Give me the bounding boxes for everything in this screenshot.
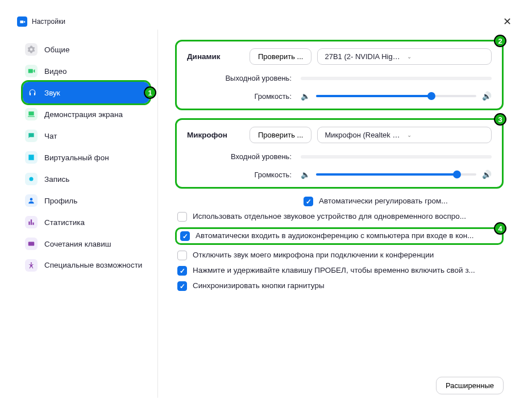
separate-device-label: Использовать отдельное звуковое устройст… — [193, 212, 504, 220]
speaker-title: Динамик — [187, 52, 250, 61]
sidebar-item-background[interactable]: Виртуальный фон — [15, 147, 157, 168]
sidebar-item-accessibility[interactable]: Специальные возможности — [15, 255, 157, 276]
speaker-device-value: 27B1 (2- NVIDIA High Definition ... — [325, 52, 402, 61]
badge-4: 4 — [494, 222, 506, 235]
volume-high-icon: 🔊 — [482, 91, 492, 101]
auto-adjust-checkbox[interactable] — [304, 197, 313, 206]
mic-volume-slider[interactable] — [316, 173, 476, 176]
advanced-button[interactable]: Расширенные — [436, 377, 504, 394]
sidebar-item-share[interactable]: Демонстрация экрана — [15, 103, 157, 125]
volume-low-icon: 🔈 — [301, 91, 310, 101]
nav-label: Профиль — [44, 197, 77, 205]
slider-thumb[interactable] — [427, 92, 435, 100]
mic-device-select[interactable]: Микрофон (Realtek High Definiti... ⌄ — [317, 127, 492, 143]
input-level-label: Входной уровень: — [187, 152, 301, 161]
settings-window: Настройки ✕ Общие Видео Звук 1 Демонстра… — [15, 14, 517, 398]
mic-volume-label: Громкость: — [187, 170, 301, 179]
auto-join-audio-checkbox[interactable] — [180, 231, 190, 241]
sidebar-item-shortcuts[interactable]: Сочетания клавиш — [15, 233, 157, 255]
speaker-volume-label: Громкость: — [187, 92, 301, 101]
separate-device-checkbox[interactable] — [177, 212, 187, 222]
output-level-meter — [301, 77, 492, 80]
profile-icon — [25, 194, 38, 207]
main-panel: 2 Динамик Проверить ... 27B1 (2- NVIDIA … — [158, 30, 517, 398]
share-screen-icon — [25, 108, 38, 120]
nav-label: Статистика — [44, 218, 85, 227]
sync-headset-checkbox[interactable] — [177, 281, 187, 291]
background-icon — [25, 151, 38, 164]
slider-fill — [316, 95, 431, 97]
window-title: Настройки — [32, 18, 65, 26]
gear-icon — [25, 43, 38, 56]
output-level-label: Выходной уровень: — [187, 74, 301, 82]
video-icon — [25, 65, 38, 77]
nav-label: Демонстрация экрана — [44, 110, 123, 119]
sidebar-item-recording[interactable]: Запись — [15, 168, 157, 190]
speaker-device-select[interactable]: 27B1 (2- NVIDIA High Definition ... ⌄ — [317, 48, 492, 65]
sidebar-item-chat[interactable]: Чат — [15, 125, 157, 147]
mute-on-join-label: Отключить звук моего микрофона при подкл… — [193, 251, 504, 259]
nav-label: Специальные возможности — [44, 260, 142, 270]
sidebar: Общие Видео Звук 1 Демонстрация экрана Ч… — [15, 30, 158, 398]
mic-section: 3 Микрофон Проверить ... Микрофон (Realt… — [175, 118, 504, 189]
sidebar-item-stats[interactable]: Статистика — [15, 211, 157, 233]
input-level-meter — [301, 155, 492, 159]
space-unmute-checkbox[interactable] — [177, 266, 187, 276]
keyboard-icon — [25, 238, 38, 250]
space-unmute-row: Нажмите и удерживайте клавишу ПРОБЕЛ, чт… — [175, 266, 504, 276]
sidebar-item-audio[interactable]: Звук 1 — [23, 82, 149, 103]
speaker-volume-slider[interactable] — [316, 95, 476, 97]
mute-on-join-row: Отключить звук моего микрофона при подкл… — [175, 251, 504, 260]
mic-device-value: Микрофон (Realtek High Definiti... — [325, 131, 402, 139]
speaker-section: 2 Динамик Проверить ... 27B1 (2- NVIDIA … — [175, 40, 504, 110]
auto-join-audio-label: Автоматически входить в аудиоконференцию… — [196, 231, 498, 240]
nav-label: Виртуальный фон — [44, 153, 109, 162]
nav-label: Общие — [44, 45, 69, 54]
mute-on-join-checkbox[interactable] — [177, 251, 187, 260]
nav-label: Запись — [44, 175, 69, 184]
chevron-down-icon: ⌄ — [407, 53, 484, 60]
auto-adjust-label: Автоматически регулировать гром... — [319, 197, 504, 205]
titlebar: Настройки ✕ — [15, 14, 517, 30]
svg-point-1 — [30, 198, 33, 201]
sync-headset-row: Синхронизировать кнопки гарнитуры — [175, 281, 504, 291]
sidebar-item-general[interactable]: Общие — [15, 39, 157, 60]
accessibility-icon — [25, 259, 38, 272]
auto-join-highlight: 4 Автоматически входить в аудиоконференц… — [175, 227, 504, 245]
volume-low-icon: 🔈 — [301, 170, 310, 179]
test-mic-button[interactable]: Проверить ... — [250, 127, 311, 143]
separate-device-row: Использовать отдельное звуковое устройст… — [175, 212, 504, 222]
svg-rect-2 — [28, 242, 35, 246]
space-unmute-label: Нажмите и удерживайте клавишу ПРОБЕЛ, чт… — [193, 266, 504, 274]
svg-point-3 — [31, 263, 32, 264]
volume-high-icon: 🔊 — [482, 170, 492, 179]
nav-label: Сочетания клавиш — [44, 240, 111, 248]
record-icon — [25, 173, 38, 185]
chevron-down-icon: ⌄ — [407, 132, 484, 138]
badge-3: 3 — [494, 113, 506, 126]
close-icon[interactable]: ✕ — [500, 15, 515, 28]
auto-adjust-row: Автоматически регулировать гром... — [175, 197, 504, 206]
nav-label: Видео — [44, 67, 66, 76]
svg-point-0 — [30, 177, 34, 181]
badge-1: 1 — [144, 86, 156, 99]
headphones-icon — [26, 86, 39, 99]
slider-fill — [316, 173, 457, 176]
chat-icon — [25, 130, 38, 142]
nav-label: Звук — [44, 89, 60, 97]
sidebar-item-video[interactable]: Видео — [15, 60, 157, 82]
sync-headset-label: Синхронизировать кнопки гарнитуры — [193, 281, 504, 290]
test-speaker-button[interactable]: Проверить ... — [250, 48, 311, 65]
sidebar-item-profile[interactable]: Профиль — [15, 190, 157, 211]
content: Общие Видео Звук 1 Демонстрация экрана Ч… — [15, 30, 517, 398]
slider-thumb[interactable] — [453, 170, 461, 178]
nav-label: Чат — [44, 132, 57, 140]
stats-icon — [25, 216, 38, 228]
footer: Расширенные — [436, 377, 504, 394]
app-icon — [17, 16, 27, 27]
mic-title: Микрофон — [187, 131, 250, 139]
badge-2: 2 — [494, 35, 506, 47]
